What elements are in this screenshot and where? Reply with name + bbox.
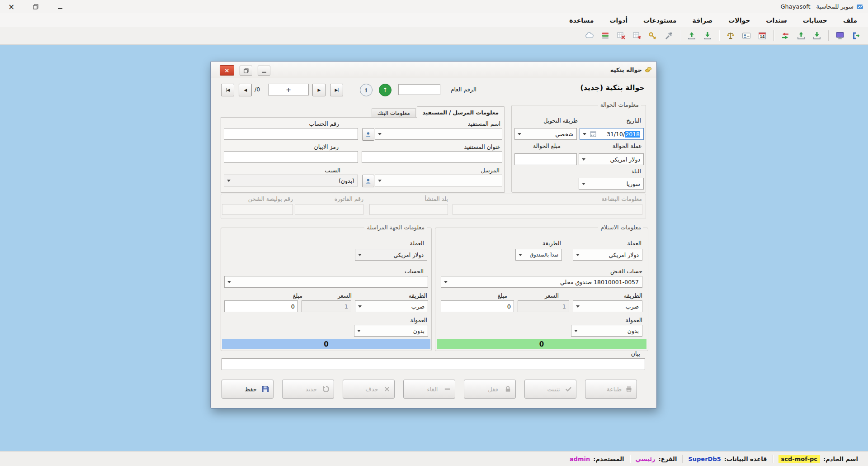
- info-button[interactable]: i: [360, 84, 373, 96]
- chevron-down-icon: [358, 254, 362, 256]
- record-add-box[interactable]: +: [268, 84, 309, 95]
- receipt-account-select[interactable]: 18010001-0057 صندوق محلي: [441, 276, 642, 288]
- correspondent-commission-label: العمولة: [410, 317, 427, 323]
- menu-item-warehouses[interactable]: مستودعات: [642, 15, 678, 25]
- correspondent-commission-select[interactable]: بدون: [354, 325, 428, 337]
- nav-last-button[interactable]: ▶|: [330, 84, 343, 96]
- receipt-method-select[interactable]: نقداً بالصندوق: [515, 249, 562, 261]
- correspondent-currency-select[interactable]: دولار امريكي: [355, 249, 427, 261]
- branch-status-item: الفرع: رئيسي: [636, 456, 677, 462]
- exit-corner-icon[interactable]: [850, 30, 862, 42]
- save-button[interactable]: حفظ: [222, 380, 274, 399]
- chevron-down-icon: [227, 180, 231, 182]
- table-delete-icon[interactable]: [615, 30, 627, 42]
- date-dropdown-arrow[interactable]: [583, 133, 586, 135]
- receipt-amount-input[interactable]: [441, 300, 514, 312]
- user-label: المستخدم:: [593, 456, 624, 462]
- balance-icon[interactable]: [725, 30, 736, 42]
- goods-info-section: معلومات البضاعة بلد المنشأ رقم الفاتورة …: [221, 194, 646, 219]
- menu-item-accounts[interactable]: حسابات: [801, 15, 829, 25]
- receipt-calc-method-select[interactable]: ضرب: [573, 300, 642, 312]
- menu-item-transfers[interactable]: حوالات: [726, 15, 752, 25]
- general-number-input[interactable]: [398, 84, 440, 95]
- chevron-down-icon: [357, 330, 361, 332]
- server-name-value: scd-mof-pc: [778, 455, 820, 463]
- receipt-rate-label: السعر: [545, 292, 559, 299]
- dialog-button-row: حفظ جديد حذف الغاء قفل تثبيت: [222, 380, 637, 399]
- receipt-total-bar: 0: [437, 339, 646, 349]
- transfer-amount-input[interactable]: [514, 153, 577, 165]
- accounts-cards-icon[interactable]: [599, 30, 611, 42]
- origin-country-field: [369, 204, 448, 215]
- menu-item-exchange[interactable]: صرافة: [690, 15, 714, 25]
- window-restore-button[interactable]: [31, 2, 41, 12]
- statement-input[interactable]: [222, 358, 645, 370]
- dialog-titlebar: × حوالة بنكية: [211, 62, 656, 78]
- reason-select[interactable]: (بدون): [224, 175, 358, 186]
- nav-prev-button[interactable]: ◀: [239, 84, 252, 96]
- country-select[interactable]: سوريا: [579, 178, 644, 190]
- transfer-method-label: طريقة التحويل: [543, 117, 578, 124]
- import-down-icon[interactable]: [702, 30, 713, 42]
- arrow-up-icon: ↑: [382, 86, 388, 94]
- table-new-icon[interactable]: [631, 30, 643, 42]
- menu-item-tools[interactable]: أدوات: [608, 15, 629, 25]
- correspondent-info-group: معلومات الجهة المراسلة العملة دولار امري…: [221, 228, 432, 351]
- go-up-button[interactable]: ↑: [379, 84, 392, 96]
- dialog-minimize-button[interactable]: [258, 66, 270, 76]
- tab-bank-info[interactable]: معلومات البنك: [372, 108, 416, 118]
- window-minimize-button[interactable]: [55, 2, 65, 12]
- tools-icon[interactable]: [663, 30, 675, 42]
- correspondent-calc-method-select[interactable]: ضرب: [355, 300, 428, 312]
- iban-input[interactable]: [224, 151, 358, 163]
- menu-item-help[interactable]: مساعدة: [567, 15, 595, 25]
- cloud-icon[interactable]: [584, 30, 595, 42]
- beneficiary-lookup-button[interactable]: [362, 128, 374, 141]
- chevron-down-icon: [444, 281, 448, 283]
- database-label: قاعدة البيانات:: [724, 456, 767, 462]
- minimize-icon: [262, 68, 267, 73]
- menu-item-vouchers[interactable]: سندات: [764, 15, 788, 25]
- restore-icon: [33, 4, 38, 10]
- receipt-commission-select[interactable]: بدون: [571, 325, 642, 337]
- date-value: 31/10/: [607, 131, 625, 138]
- dialog-restore-button[interactable]: [240, 66, 252, 76]
- account-number-label: رقم الحساب: [309, 120, 339, 127]
- export-up-icon[interactable]: [686, 30, 698, 42]
- menu-item-file[interactable]: ملف: [841, 15, 859, 25]
- chevron-down-icon: [582, 183, 585, 185]
- dialog-close-button[interactable]: ×: [220, 65, 234, 76]
- sender-select[interactable]: [375, 175, 502, 186]
- status-bar: اسم الخادم: scd-mof-pc قاعدة البيانات: S…: [0, 451, 868, 466]
- receipt-currency-select[interactable]: دولار امريكي: [573, 249, 642, 261]
- calendar-icon[interactable]: 14: [756, 30, 768, 42]
- window-close-button[interactable]: ×: [6, 2, 16, 12]
- sync-arrows-icon[interactable]: [779, 30, 791, 42]
- transfer-currency-select[interactable]: دولار امريكي: [579, 153, 644, 165]
- correspondent-account-select[interactable]: [224, 276, 428, 288]
- nav-first-button[interactable]: |◀: [221, 84, 234, 96]
- date-field[interactable]: 31/10/2018: [580, 128, 644, 140]
- correspondent-rate-label: السعر: [338, 292, 352, 299]
- transfer-method-select[interactable]: شخصي: [514, 128, 577, 140]
- key-icon[interactable]: [647, 30, 659, 42]
- sender-lookup-button[interactable]: [362, 175, 374, 187]
- bank-transfer-dialog: × حوالة بنكية حوالة بنكية (جديد) الرقم ا…: [210, 61, 657, 409]
- transfer-currency-label: عملة الحوالة: [613, 143, 642, 149]
- beneficiary-name-select[interactable]: [375, 128, 502, 140]
- menu-bar: ملف حسابات سندات حوالات صرافة مستودعات أ…: [0, 13, 868, 28]
- window-title-area: سوبر للمحاسبة - Ghayasoft: [780, 0, 863, 13]
- application-window: × سوبر للمحاسبة - Ghayasoft ملف حسابات س…: [0, 0, 868, 466]
- dialog-header-title: حوالة بنكية (جديد): [580, 83, 645, 92]
- monitor-icon[interactable]: [834, 30, 846, 42]
- correspondent-amount-input[interactable]: [224, 300, 298, 312]
- tab-sender-info[interactable]: معلومات المرسل / المستفيد: [417, 106, 505, 118]
- receipt-account-label: حساب القبض: [610, 268, 642, 275]
- nav-next-button[interactable]: ▶: [312, 84, 326, 96]
- account-number-input[interactable]: [224, 128, 358, 140]
- bill-of-lading-label: رقم بوليصة الشحن: [248, 195, 293, 202]
- beneficiary-address-input[interactable]: [362, 151, 502, 163]
- upload-tray-icon[interactable]: [795, 30, 807, 42]
- download-tray-icon[interactable]: [811, 30, 823, 42]
- user-card-icon[interactable]: [741, 30, 752, 42]
